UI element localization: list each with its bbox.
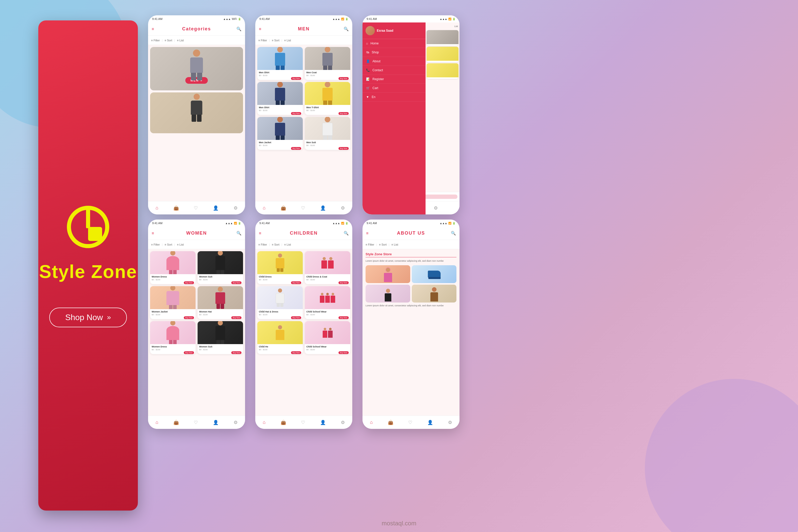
buy-now-button[interactable]: Buy Now [291, 316, 301, 319]
nav-heart[interactable]: ♡ [408, 420, 412, 425]
product-card[interactable]: Men Shirt $0 - $100 Buy Now [257, 82, 303, 115]
filter-icon-children[interactable]: ≡ [259, 231, 261, 235]
sidebar-item-contact[interactable]: 📞 Contact [362, 66, 425, 75]
filter-icon-women[interactable]: ≡ [152, 231, 154, 235]
nav-user[interactable]: 👤 [320, 420, 326, 425]
product-card[interactable]: Child School Wear $0 - $100 Buy Now [305, 286, 350, 319]
list-btn-men[interactable]: ≡ List [284, 39, 291, 42]
product-card[interactable]: Women Suit $0 - $100 Buy Now [197, 321, 243, 354]
product-card[interactable]: Men Coat $0 - $100 Buy Now [305, 47, 350, 80]
buy-now-button[interactable]: Buy Now [339, 147, 349, 150]
nav-user[interactable]: 👤 [428, 420, 433, 425]
nav-heart[interactable]: ♡ [301, 420, 305, 425]
buy-now-button[interactable]: Buy Now [231, 316, 242, 319]
buy-now-button[interactable]: Buy Now [231, 281, 242, 284]
product-card[interactable]: Men T-Shirt $0 - $100 Buy Now [305, 82, 350, 115]
nav-settings[interactable]: ⚙ [233, 420, 238, 425]
product-card[interactable]: Women Jacket $0 - $100 Buy Now [150, 286, 195, 319]
list-btn-women[interactable]: ≡ List [177, 243, 184, 246]
search-icon-children[interactable]: 🔍 [344, 231, 349, 235]
buy-now-button[interactable]: Buy Now [291, 77, 301, 80]
sidebar-item-cart[interactable]: 🛒 Cart [362, 84, 425, 93]
buy-now-button[interactable]: Buy Now [291, 351, 301, 354]
product-card[interactable]: Men Shirt $0 - $100 Buy Now [257, 47, 303, 80]
nav-bag[interactable]: 👜 [281, 420, 286, 425]
buy-now-button[interactable]: Buy Now [291, 112, 301, 115]
sidebar-item-about[interactable]: 👤 About [362, 57, 425, 66]
nav-settings[interactable]: ⚙ [341, 420, 345, 425]
sort-btn-about[interactable]: ≡ Sort [379, 243, 387, 246]
sort-btn-children[interactable]: ≡ Sort [272, 243, 280, 246]
nav-heart[interactable]: ♡ [194, 420, 198, 425]
nav-home[interactable]: ⌂ [370, 420, 373, 425]
product-card[interactable]: Women Suit $0 - $100 Buy Now [197, 251, 243, 284]
nav-home[interactable]: ⌂ [155, 420, 158, 425]
nav-home[interactable]: ⌂ [263, 205, 265, 211]
product-card[interactable]: Men Jacket $0 - $100 Buy Now [257, 117, 303, 150]
shop-now-button[interactable]: Shop Now » [49, 308, 127, 327]
nav-bag[interactable]: 👜 [281, 205, 286, 211]
buy-now-button[interactable]: Buy Now [184, 316, 194, 319]
search-icon-men[interactable]: 🔍 [344, 26, 349, 32]
product-card[interactable]: Child He $0 - $100 Buy Now [257, 321, 303, 354]
product-card[interactable]: Women Dress $0 - $100 Buy Now [150, 321, 195, 354]
product-card[interactable]: Child Hat & Dress $0 - $100 Buy Now [257, 286, 303, 319]
product-info: Women Suit $0 - $100 Buy Now [197, 344, 243, 352]
nav-user[interactable]: 👤 [213, 420, 218, 425]
nav-bag[interactable]: 👜 [173, 420, 179, 425]
nav-home[interactable]: ⌂ [263, 420, 265, 425]
nav-settings[interactable]: ⚙ [233, 205, 238, 211]
categories-women-hero[interactable] [150, 92, 243, 133]
sort-btn[interactable]: ≡ Sort [165, 39, 172, 42]
filter-btn-children[interactable]: ≡ Filter [258, 243, 267, 246]
product-card[interactable]: Women Hat $0 - $100 Buy Now [197, 286, 243, 319]
nav-home[interactable]: ⌂ [155, 205, 158, 211]
buy-now-button[interactable]: Buy Now [339, 316, 349, 319]
buy-now-button[interactable]: Buy Now [231, 351, 242, 354]
nav-settings-menu[interactable]: ⚙ [434, 205, 438, 211]
list-btn[interactable]: ≡ List [177, 39, 184, 42]
sidebar-item-home[interactable]: ⌂ Home [362, 39, 425, 48]
buy-now-button[interactable]: Buy Now [184, 281, 194, 284]
categories-men-hero[interactable]: MEN » [150, 47, 243, 90]
filter-btn[interactable]: ≡ Filter [151, 39, 160, 42]
filter-icon[interactable]: ≡ [152, 27, 154, 32]
nav-heart[interactable]: ♡ [194, 205, 198, 211]
search-icon[interactable]: 🔍 [236, 26, 242, 32]
filter-icon-about[interactable]: ≡ [366, 231, 368, 235]
sort-btn-men[interactable]: ≡ Sort [272, 39, 280, 42]
sort-btn-women[interactable]: ≡ Sort [165, 243, 172, 246]
buy-now-button[interactable]: Buy Now [339, 351, 349, 354]
filter-btn-men[interactable]: ≡ Filter [258, 39, 267, 42]
buy-now-button[interactable]: Buy Now [184, 351, 194, 354]
list-btn-about[interactable]: ≡ List [391, 243, 398, 246]
nav-settings[interactable]: ⚙ [448, 420, 452, 425]
product-card[interactable]: Child School Wear $0 - $100 Buy Now [305, 321, 350, 354]
sidebar-item-register[interactable]: 📝 Register [362, 75, 425, 84]
filter-btn-women[interactable]: ≡ Filter [151, 243, 160, 246]
nav-user[interactable]: 👤 [213, 205, 218, 211]
sidebar-item-language[interactable]: ▼ En [362, 93, 425, 101]
filter-btn-about[interactable]: ≡ Filter [365, 243, 374, 246]
nav-heart[interactable]: ♡ [301, 205, 305, 211]
nav-settings[interactable]: ⚙ [341, 205, 345, 211]
product-card[interactable]: Men Suit $0 - $100 Buy Now [305, 117, 350, 150]
buy-now-button[interactable]: Buy Now [339, 281, 349, 284]
filter-icon-men[interactable]: ≡ [259, 27, 261, 32]
status-bar-children: 9:41 AM ▲▲▲📶🔋 [255, 220, 352, 227]
sidebar-item-shop[interactable]: 🛍 Shop [362, 48, 425, 57]
product-card[interactable]: Child Dress & Coat $0 - $100 Buy Now [305, 251, 350, 284]
nav-user[interactable]: 👤 [320, 205, 326, 211]
product-card[interactable]: Women Dress $0 - $100 Buy Now [150, 251, 195, 284]
product-card[interactable]: Child Dress $0 - $100 Buy Now [257, 251, 303, 284]
list-btn-children[interactable]: ≡ List [284, 243, 291, 246]
product-image [305, 286, 350, 309]
buy-now-button[interactable]: Buy Now [291, 281, 301, 284]
nav-bag[interactable]: 👜 [173, 205, 179, 211]
search-icon-women[interactable]: 🔍 [236, 231, 242, 235]
buy-now-button[interactable]: Buy Now [339, 77, 349, 80]
buy-now-button[interactable]: Buy Now [291, 147, 301, 150]
nav-bag[interactable]: 👜 [388, 420, 393, 425]
search-icon-about[interactable]: 🔍 [451, 231, 456, 235]
buy-now-button[interactable]: Buy Now [339, 112, 349, 115]
